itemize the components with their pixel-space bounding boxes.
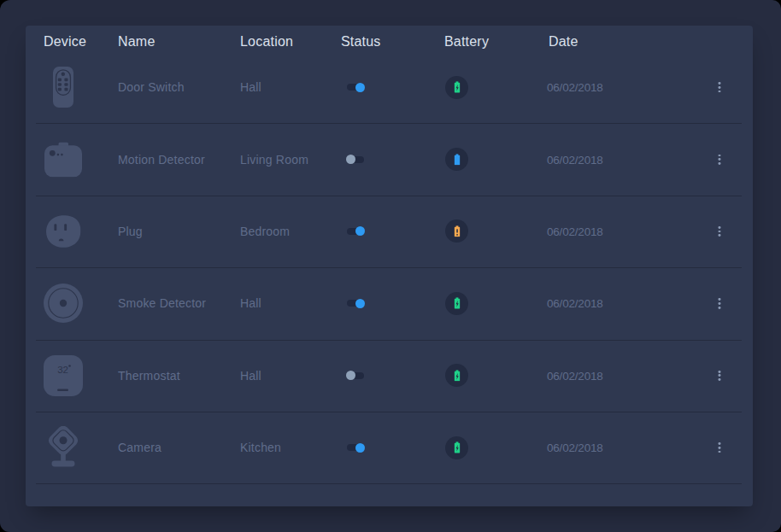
svg-text:32: 32 bbox=[57, 365, 68, 375]
